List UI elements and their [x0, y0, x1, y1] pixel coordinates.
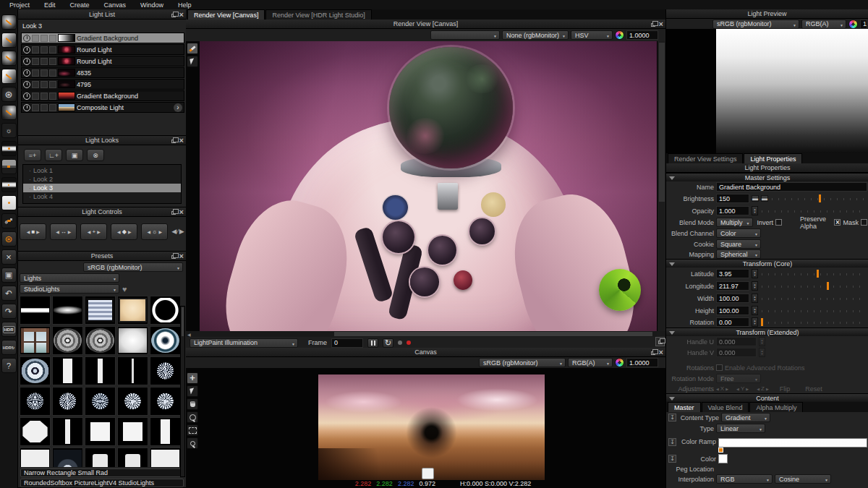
light-list-row[interactable]: Round Light: [21, 44, 184, 55]
link-icon[interactable]: [49, 104, 56, 111]
delete-look-button[interactable]: ⊗: [87, 149, 104, 161]
atom-light-icon[interactable]: [1, 231, 17, 247]
preset-thumb[interactable]: [117, 417, 148, 446]
preset-thumb[interactable]: [20, 448, 51, 467]
light-list-row[interactable]: Gradient Background: [21, 33, 184, 43]
spinner-control[interactable]: ▲▼: [752, 206, 758, 215]
hdr-canvas-image[interactable]: [318, 374, 545, 480]
height-field[interactable]: 100.00: [716, 306, 749, 315]
scoop-light-icon[interactable]: [1, 105, 17, 120]
presets-subcategory-dropdown[interactable]: StudioLights: [20, 284, 119, 294]
power-icon[interactable]: [23, 81, 30, 88]
preset-thumb[interactable]: [52, 326, 83, 355]
blend-channel-dropdown[interactable]: Color: [716, 228, 761, 238]
width-control-button[interactable]: ◀↔▶: [50, 223, 77, 240]
lock-icon[interactable]: [41, 81, 48, 88]
power-icon[interactable]: [23, 69, 30, 77]
longitude-slider[interactable]: [760, 281, 867, 291]
height-slider[interactable]: [760, 306, 867, 315]
paint-mode-dropdown[interactable]: LightPaint Illumination: [190, 338, 298, 348]
width-slider[interactable]: [760, 294, 867, 303]
favorite-heart-icon[interactable]: ♥: [122, 285, 127, 294]
duplicate-icon[interactable]: [1, 267, 17, 283]
solo-icon[interactable]: [32, 46, 39, 53]
pan-tool[interactable]: [187, 398, 198, 410]
tab-render-view-canvas[interactable]: Render View [Canvas]: [187, 9, 265, 20]
close-panel-icon[interactable]: ×: [179, 253, 184, 260]
render-colorspace-dropdown[interactable]: None (rgbMonitor): [502, 30, 569, 40]
link-icon[interactable]: [49, 58, 56, 65]
preset-thumb[interactable]: [52, 356, 83, 385]
float-panel-icon[interactable]: [651, 23, 655, 27]
collapse-arrow-icon[interactable]: [669, 176, 675, 180]
lock-icon[interactable]: [41, 35, 48, 42]
lock-icon[interactable]: [41, 46, 48, 53]
brightness-control-button[interactable]: ◀☼▶: [141, 223, 168, 240]
preset-thumb[interactable]: [85, 296, 116, 325]
preset-thumb[interactable]: [117, 296, 148, 325]
zoom-fit-tool[interactable]: [187, 437, 198, 449]
lock-icon[interactable]: [41, 104, 48, 111]
close-panel-icon[interactable]: ×: [659, 21, 663, 27]
brightness-field[interactable]: 150: [716, 194, 749, 203]
presets-category-dropdown[interactable]: Lights: [20, 273, 119, 283]
hdr-reload-icon[interactable]: [1, 340, 17, 355]
select-tool[interactable]: [187, 56, 198, 67]
spinner-control[interactable]: ▲▼: [752, 281, 758, 291]
render-viewport[interactable]: [186, 41, 665, 331]
master-settings-header[interactable]: Master Settings: [666, 173, 868, 181]
render-channel-dropdown[interactable]: HSV: [571, 30, 613, 40]
scale-control-button[interactable]: ◀■▶: [20, 223, 46, 240]
spinner-control[interactable]: ▲▼: [752, 269, 758, 278]
preset-thumb[interactable]: [20, 417, 51, 446]
lock-icon[interactable]: [41, 58, 48, 65]
scene-light-icon[interactable]: [1, 159, 17, 174]
solo-icon[interactable]: [32, 69, 39, 77]
area-light-icon[interactable]: [1, 14, 17, 30]
longitude-field[interactable]: 211.97: [716, 281, 749, 291]
strip-light-icon[interactable]: [1, 177, 17, 192]
tab-light-properties[interactable]: Light Properties: [744, 153, 802, 163]
import-icon[interactable]: ↧: [668, 455, 676, 463]
lock-icon[interactable]: [41, 69, 48, 77]
link-icon[interactable]: [49, 69, 56, 77]
softbox-wide-icon[interactable]: [1, 141, 17, 156]
composite-light-icon[interactable]: [1, 87, 17, 102]
preset-thumb[interactable]: [117, 326, 148, 355]
lightpaint-brush-tool[interactable]: [187, 43, 198, 54]
preset-thumb[interactable]: [150, 387, 180, 416]
cookie-dropdown[interactable]: Square: [716, 239, 761, 249]
zoom-tool[interactable]: [187, 411, 198, 423]
menu-create[interactable]: Create: [64, 1, 96, 9]
add-child-look-button[interactable]: ∟+: [45, 149, 62, 161]
content-header[interactable]: Content: [666, 393, 868, 402]
preset-thumb[interactable]: [150, 417, 180, 446]
color-swatch[interactable]: [718, 454, 728, 463]
pause-button[interactable]: [367, 338, 378, 348]
spot-light-icon[interactable]: [1, 51, 17, 66]
redo-icon[interactable]: [1, 304, 17, 319]
preset-thumb[interactable]: [117, 356, 148, 385]
preset-thumb[interactable]: [150, 448, 180, 467]
close-panel-icon[interactable]: ×: [179, 12, 184, 18]
float-panel-icon[interactable]: [171, 140, 176, 143]
gradient-peg-handle[interactable]: [422, 468, 434, 479]
move-control-button[interactable]: ◀+▶: [80, 223, 107, 240]
rotation-slider[interactable]: [760, 317, 867, 327]
look-item[interactable]: Look 2: [23, 175, 181, 184]
presets-colorspace-dropdown[interactable]: sRGB (rgbMonitor): [83, 262, 183, 272]
tab-content-alpha-multiply[interactable]: Alpha Multiply: [749, 402, 803, 412]
preset-thumb[interactable]: [52, 296, 83, 325]
tab-content-value-blend[interactable]: Value Blend: [702, 402, 749, 412]
close-panel-icon[interactable]: ×: [179, 137, 184, 144]
collapse-arrow-icon[interactable]: [669, 331, 675, 335]
help-icon[interactable]: [1, 358, 17, 373]
menu-edit[interactable]: Edit: [38, 1, 62, 9]
add-look-button[interactable]: =+: [24, 149, 41, 161]
lock-icon[interactable]: [41, 93, 48, 100]
light-list-row[interactable]: Composite Light ›: [21, 102, 184, 113]
solo-icon[interactable]: [32, 35, 39, 42]
preset-thumb[interactable]: [150, 296, 180, 325]
preview-channel-dropdown[interactable]: RGB(A): [801, 20, 846, 29]
solo-icon[interactable]: [32, 58, 39, 65]
